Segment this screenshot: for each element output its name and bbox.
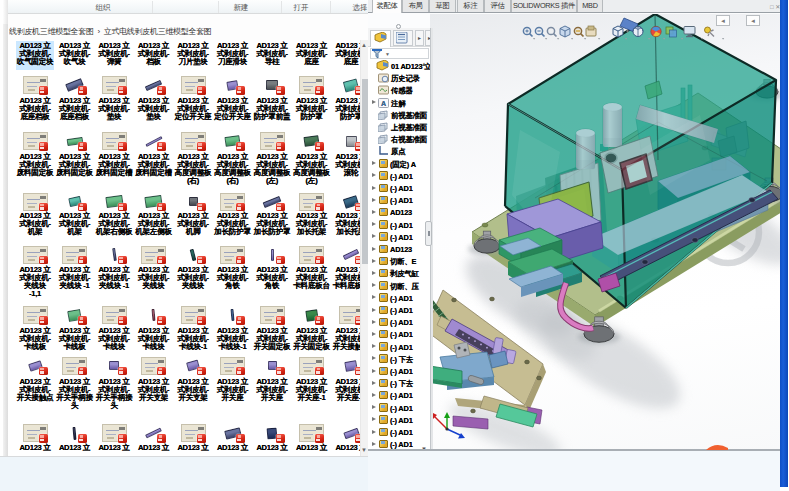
svg-text:A: A	[381, 99, 386, 106]
